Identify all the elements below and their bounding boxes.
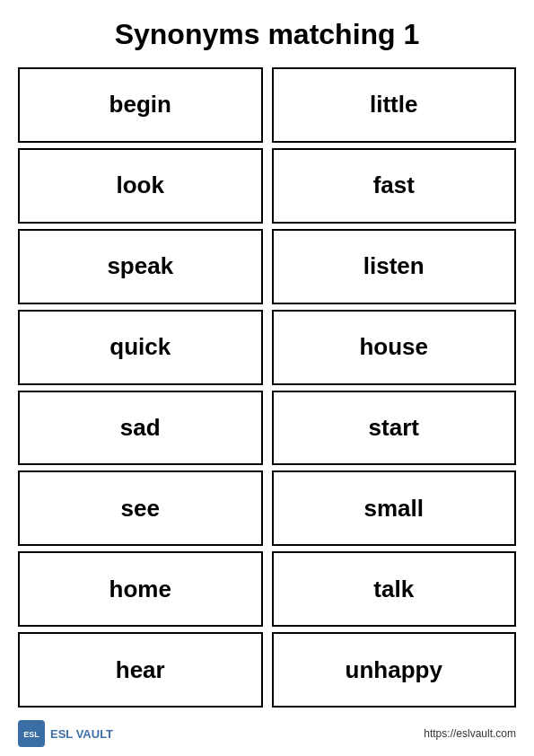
word-card-left-0[interactable]: begin [18,67,263,143]
word-card-right-2[interactable]: listen [272,229,517,304]
matching-row: seesmall [18,470,516,546]
matching-row: hometalk [18,551,516,627]
page-title: Synonyms matching 1 [115,18,420,51]
word-card-left-6[interactable]: home [18,551,263,627]
word-card-left-7[interactable]: hear [18,632,263,708]
matching-row: speaklisten [18,229,516,304]
logo-icon: ESL [18,720,45,747]
matching-row: quickhouse [18,310,516,385]
word-card-right-3[interactable]: house [272,310,517,385]
brand-name: ESL VAULT [50,727,113,741]
matching-row: hearunhappy [18,632,516,708]
word-card-right-6[interactable]: talk [272,551,517,627]
word-card-right-0[interactable]: little [272,67,517,143]
word-card-left-3[interactable]: quick [18,310,263,385]
footer: ESL ESL VAULT https://eslvault.com [18,713,516,747]
word-card-right-7[interactable]: unhappy [272,632,517,708]
matching-grid: beginlittlelookfastspeaklistenquickhouse… [18,67,516,708]
word-card-left-4[interactable]: sad [18,391,263,466]
word-card-left-1[interactable]: look [18,148,263,224]
word-card-right-4[interactable]: start [272,391,517,466]
word-card-right-5[interactable]: small [272,470,517,546]
word-card-left-2[interactable]: speak [18,229,263,304]
matching-row: lookfast [18,148,516,224]
word-card-left-5[interactable]: see [18,470,263,546]
matching-row: beginlittle [18,67,516,143]
matching-row: sadstart [18,391,516,466]
footer-logo: ESL ESL VAULT [18,720,113,747]
word-card-right-1[interactable]: fast [272,148,517,224]
footer-url: https://eslvault.com [424,727,516,740]
svg-text:ESL: ESL [23,730,39,739]
